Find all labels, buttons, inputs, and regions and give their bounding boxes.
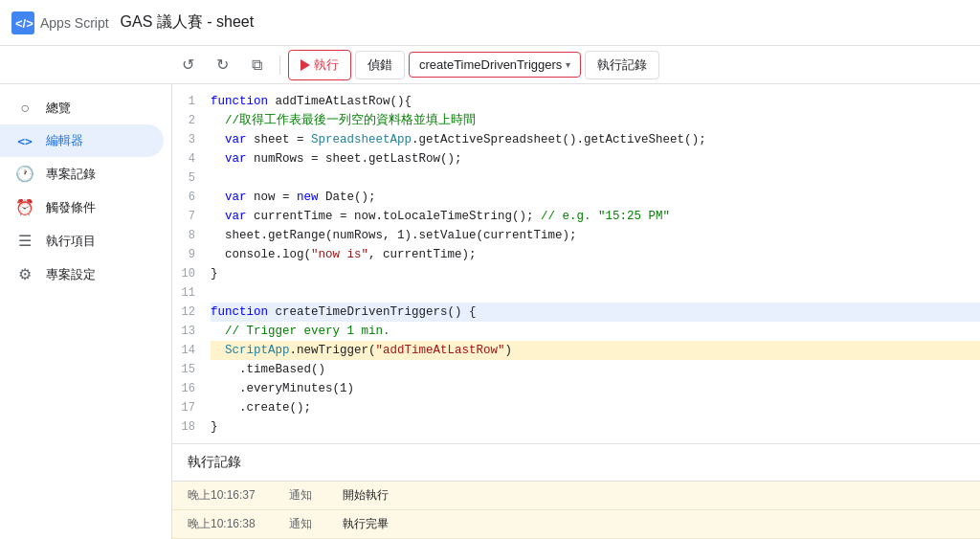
code-editor[interactable]: 1 function addTimeAtLastRow(){ 2 //取得工作表… [172,84,980,443]
apps-script-logo: </> [11,11,34,34]
copy-button[interactable]: ⧉ [241,50,272,80]
trigger-icon: ⏰ [15,198,34,216]
sidebar-label-settings: 專案設定 [46,266,96,283]
function-selector[interactable]: createTimeDrivenTriggers ▾ [409,52,581,78]
runs-icon: ☰ [15,232,34,250]
debug-button[interactable]: 偵錯 [355,51,405,79]
function-name: createTimeDrivenTriggers [419,57,562,72]
code-line-3: 3 var sheet = SpreadsheetApp.getActiveSp… [172,130,980,149]
run-label: 執行 [314,56,339,74]
code-line-11: 11 [172,283,980,303]
sidebar-label-trigger: 觸發條件 [46,199,96,216]
editor-icon: <> [15,134,34,148]
code-line-4: 4 var numRows = sheet.getLastRow(); [172,149,980,168]
toolbar-divider [279,56,280,75]
code-line-16: 16 .everyMinutes(1) [172,379,980,398]
sidebar: ○ 總覽 <> 編輯器 🕐 專案記錄 ⏰ 觸發條件 ☰ 執行項目 ⚙ 專案設定 [0,84,172,539]
log-time-2: 晚上10:16:38 [188,516,274,532]
overview-icon: ○ [15,100,34,117]
code-line-1: 1 function addTimeAtLastRow(){ [172,92,980,111]
sidebar-label-runs: 執行項目 [46,233,96,250]
sidebar-item-settings[interactable]: ⚙ 專案設定 [0,258,164,291]
app-name: Apps Script [40,15,109,31]
chevron-down-icon: ▾ [566,59,570,70]
log-panel-header: 執行記錄 [172,444,980,482]
sidebar-item-overview[interactable]: ○ 總覽 [0,92,164,124]
log-msg-2: 執行完畢 [343,516,389,532]
editor-area: 1 function addTimeAtLastRow(){ 2 //取得工作表… [172,84,980,539]
sidebar-label-history: 專案記錄 [46,166,96,183]
sidebar-item-trigger[interactable]: ⏰ 觸發條件 [0,191,164,224]
settings-icon: ⚙ [15,265,34,283]
code-line-5: 5 [172,168,980,188]
log-label: 執行記錄 [597,56,647,74]
code-line-12: 12 function createTimeDrivenTriggers() { [172,303,980,322]
sidebar-item-editor[interactable]: <> 編輯器 [0,124,164,157]
code-line-17: 17 .create(); [172,398,980,417]
run-button[interactable]: 執行 [288,50,351,80]
sidebar-label-editor: 編輯器 [46,132,83,149]
sidebar-label-overview: 總覽 [46,100,71,117]
log-entry-2: 晚上10:16:38 通知 執行完畢 [172,510,980,539]
code-line-8: 8 sheet.getRange(numRows, 1).setValue(cu… [172,226,980,245]
code-line-13: 13 // Trigger every 1 min. [172,322,980,341]
play-icon [301,59,310,71]
doc-title: GAS 議人賽 - sheet [121,12,255,33]
main-layout: ○ 總覽 <> 編輯器 🕐 專案記錄 ⏰ 觸發條件 ☰ 執行項目 ⚙ 專案設定 … [0,84,980,539]
code-line-7: 7 var currentTime = now.toLocaleTimeStri… [172,207,980,226]
code-line-18: 18 } [172,417,980,437]
log-msg-1: 開始執行 [343,487,389,504]
debug-label: 偵錯 [368,56,392,74]
toolbar: ↺ ↻ ⧉ 執行 偵錯 createTimeDrivenTriggers ▾ 執… [0,46,980,84]
code-line-15: 15 .timeBased() [172,360,980,379]
top-bar: </> Apps Script GAS 議人賽 - sheet [0,0,980,46]
log-panel: 執行記錄 晚上10:16:37 通知 開始執行 晚上10:16:38 通知 執行… [172,443,980,539]
log-panel-title: 執行記錄 [188,454,241,469]
log-button[interactable]: 執行記錄 [585,51,659,79]
code-line-2: 2 //取得工作表最後一列空的資料格並填上時間 [172,111,980,130]
log-time-1: 晚上10:16:37 [188,487,274,504]
undo-button[interactable]: ↺ [172,50,203,80]
sidebar-item-history[interactable]: 🕐 專案記錄 [0,157,164,191]
svg-text:</>: </> [15,16,33,31]
code-line-14: 14 ScriptApp.newTrigger("addTimeAtLastRo… [172,341,980,360]
log-level-2: 通知 [289,516,327,532]
code-line-10: 10 } [172,264,980,283]
log-level-1: 通知 [289,487,327,504]
history-icon: 🕐 [15,165,34,183]
code-line-9: 9 console.log("now is", currentTime); [172,245,980,264]
app-logo: </> Apps Script [11,11,109,34]
log-entry-1: 晚上10:16:37 通知 開始執行 [172,482,980,510]
redo-button[interactable]: ↻ [207,50,237,80]
sidebar-item-runs[interactable]: ☰ 執行項目 [0,224,164,258]
code-line-6: 6 var now = new Date(); [172,188,980,207]
